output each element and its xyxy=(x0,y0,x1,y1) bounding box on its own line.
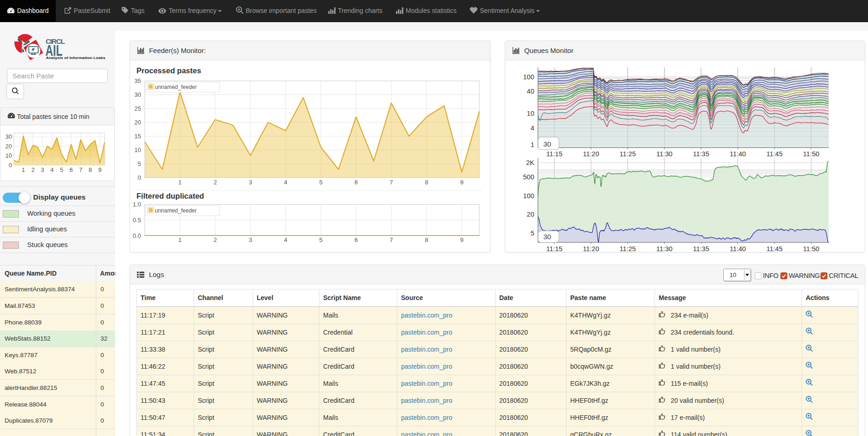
svg-text:6: 6 xyxy=(354,179,358,186)
svg-text:9: 9 xyxy=(460,236,463,243)
svg-text:0.5: 0.5 xyxy=(133,217,141,224)
svg-text:35: 35 xyxy=(135,77,141,84)
svg-text:11:30: 11:30 xyxy=(656,245,673,253)
svg-text:3: 3 xyxy=(41,166,44,173)
svg-text:11:35: 11:35 xyxy=(693,150,709,158)
svg-text:20: 20 xyxy=(527,211,534,218)
svg-text:5: 5 xyxy=(319,236,322,243)
svg-text:7: 7 xyxy=(390,179,393,186)
svg-text:0.0: 0.0 xyxy=(133,232,141,239)
svg-text:4: 4 xyxy=(284,236,287,243)
svg-text:9: 9 xyxy=(98,166,101,173)
svg-text:20: 20 xyxy=(6,143,12,150)
svg-text:10: 10 xyxy=(6,152,12,159)
svg-text:2: 2 xyxy=(31,166,35,173)
svg-text:0: 0 xyxy=(9,162,12,169)
svg-text:2: 2 xyxy=(213,236,217,243)
svg-text:Analysis of Information Leaks: Analysis of Information Leaks xyxy=(46,56,106,60)
svg-text:11:20: 11:20 xyxy=(583,150,599,158)
svg-text:30: 30 xyxy=(6,133,12,140)
svg-text:500: 500 xyxy=(523,173,534,181)
svg-text:5: 5 xyxy=(531,230,534,237)
svg-text:7: 7 xyxy=(390,236,393,243)
svg-text:4: 4 xyxy=(50,166,53,173)
svg-text:30: 30 xyxy=(543,233,552,241)
svg-text:11:50: 11:50 xyxy=(803,245,819,253)
svg-text:unnamed_feeder: unnamed_feeder xyxy=(155,84,197,90)
svg-text:11:40: 11:40 xyxy=(730,150,746,158)
svg-text:11:30: 11:30 xyxy=(656,150,673,158)
svg-text:8: 8 xyxy=(425,236,428,243)
svg-text:11:25: 11:25 xyxy=(620,245,636,253)
svg-text:9: 9 xyxy=(460,179,463,186)
svg-text:100: 100 xyxy=(523,73,534,81)
svg-text:15: 15 xyxy=(135,133,141,140)
svg-text:11:20: 11:20 xyxy=(583,245,599,253)
svg-text:6: 6 xyxy=(354,236,358,243)
svg-text:8: 8 xyxy=(89,166,92,173)
svg-text:7: 7 xyxy=(79,166,83,173)
svg-text:10: 10 xyxy=(135,147,141,153)
svg-text:1: 1 xyxy=(22,166,25,173)
svg-text:40: 40 xyxy=(527,88,534,95)
svg-text:5: 5 xyxy=(319,179,322,186)
svg-text:11:15: 11:15 xyxy=(546,150,562,158)
svg-text:2K: 2K xyxy=(526,159,534,166)
svg-text:5: 5 xyxy=(60,166,63,173)
svg-text:11:35: 11:35 xyxy=(693,245,709,253)
svg-text:8: 8 xyxy=(425,179,428,186)
svg-text:5: 5 xyxy=(138,160,141,167)
svg-text:1: 1 xyxy=(178,179,182,186)
svg-text:20: 20 xyxy=(135,119,141,126)
svg-text:2: 2 xyxy=(213,179,217,186)
svg-text:1: 1 xyxy=(178,236,182,243)
svg-text:3: 3 xyxy=(249,179,252,186)
svg-text:11:15: 11:15 xyxy=(546,245,562,253)
svg-text:30: 30 xyxy=(543,140,552,148)
svg-text:10: 10 xyxy=(527,110,534,117)
svg-text:4: 4 xyxy=(531,124,534,132)
svg-text:11:45: 11:45 xyxy=(766,245,782,253)
svg-text:11:40: 11:40 xyxy=(730,245,746,253)
svg-text:11:50: 11:50 xyxy=(803,150,819,158)
svg-text:unnamed_feeder: unnamed_feeder xyxy=(155,207,197,214)
svg-text:25: 25 xyxy=(135,105,141,112)
svg-text:30: 30 xyxy=(135,91,141,98)
svg-text:11:45: 11:45 xyxy=(766,150,782,158)
svg-text:11:25: 11:25 xyxy=(620,150,636,158)
svg-text:3: 3 xyxy=(249,236,252,243)
svg-text:1: 1 xyxy=(531,141,534,148)
svg-text:4: 4 xyxy=(284,179,287,186)
svg-text:6: 6 xyxy=(70,166,73,173)
svg-text:100: 100 xyxy=(523,192,534,200)
svg-text:1.0: 1.0 xyxy=(133,201,141,208)
svg-text:0: 0 xyxy=(138,174,141,181)
